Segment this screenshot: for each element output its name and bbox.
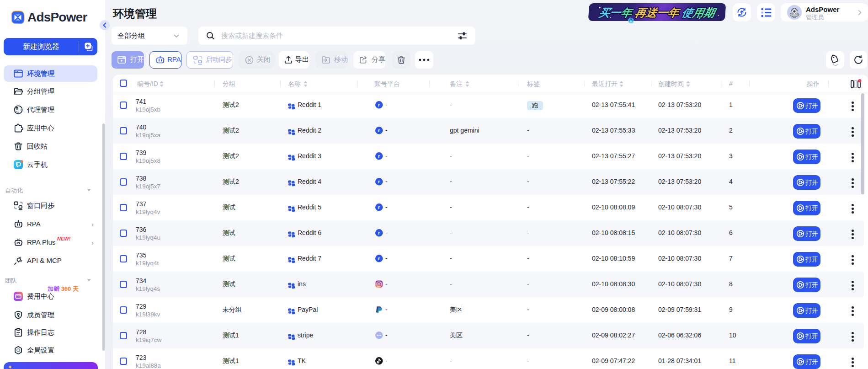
svg-text:r: r (378, 204, 380, 210)
svg-text:r: r (378, 230, 380, 235)
svg-text:r: r (378, 178, 380, 184)
svg-text:r: r (378, 102, 380, 107)
svg-text:r: r (378, 153, 380, 159)
svg-text:r: r (378, 127, 380, 133)
svg-text:r: r (378, 255, 380, 261)
